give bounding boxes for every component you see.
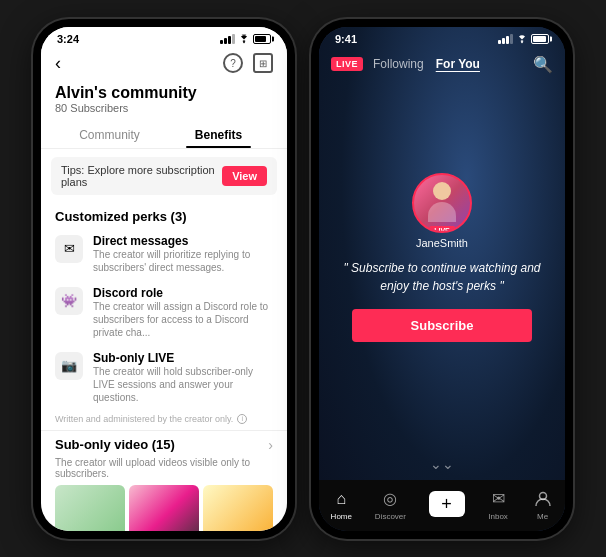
status-bar-1: 3:24	[41, 27, 287, 49]
tips-text: Tips: Explore more subscription plans	[61, 164, 222, 188]
tab-community[interactable]: Community	[55, 120, 164, 148]
perk-desc-dm: The creator will prioritize replying to …	[93, 248, 273, 274]
sub-video-desc: The creator will upload videos visible o…	[41, 457, 287, 485]
status-icons-1	[220, 34, 271, 44]
perk-direct-messages: ✉ Direct messages The creator will prior…	[41, 228, 287, 280]
page-header: ‹ ? ⊞	[41, 49, 287, 80]
direct-messages-icon: ✉	[55, 235, 83, 263]
signal-icon	[220, 34, 235, 44]
view-button[interactable]: View	[222, 166, 267, 186]
sub-live-icon: 📷	[55, 352, 83, 380]
svg-point-0	[243, 41, 245, 43]
info-icon[interactable]: i	[237, 414, 247, 424]
perk-title-discord: Discord role	[93, 286, 273, 300]
video-thumb-3	[203, 485, 273, 531]
video-thumb-2	[129, 485, 199, 531]
home-icon: ⌂	[330, 488, 352, 510]
tips-banner: Tips: Explore more subscription plans Vi…	[51, 157, 277, 195]
subscribe-message: " Subscribe to continue watching and enj…	[339, 259, 545, 295]
sub-video-header[interactable]: Sub-only video (15) ›	[41, 430, 287, 457]
phone-2: 9:41 LIVE	[311, 19, 573, 539]
add-icon: +	[429, 491, 465, 517]
me-label: Me	[537, 512, 548, 521]
home-label: Home	[331, 512, 352, 521]
phone-1: 3:24 ‹	[33, 19, 295, 539]
status-icons-2	[498, 34, 549, 44]
perk-content-live: Sub-only LIVE The creator will hold subs…	[93, 351, 273, 404]
time-1: 3:24	[57, 33, 79, 45]
title-section: Alvin's community 80 Subscribers	[41, 80, 287, 120]
perk-discord: 👾 Discord role The creator will assign a…	[41, 280, 287, 345]
discover-icon: ◎	[379, 488, 401, 510]
inbox-icon: ✉	[487, 488, 509, 510]
sub-video-title: Sub-only video (15)	[55, 437, 268, 452]
live-badge: LIVE	[331, 57, 363, 71]
status-bar-2: 9:41	[319, 27, 565, 49]
avatar-figure	[427, 178, 457, 228]
live-tabs: Following For You	[373, 57, 480, 71]
perk-content-dm: Direct messages The creator will priorit…	[93, 234, 273, 274]
tab-benefits[interactable]: Benefits	[164, 120, 273, 148]
avatar-body	[428, 202, 456, 222]
wifi-icon-2	[516, 34, 528, 44]
subscribe-button[interactable]: Subscribe	[352, 309, 532, 342]
profile-icon	[532, 488, 554, 510]
battery-icon	[253, 34, 271, 44]
tab-bar: Community Benefits	[41, 120, 287, 149]
live-tag: LIVE	[429, 226, 455, 233]
community-title: Alvin's community	[55, 84, 273, 102]
avatar-head	[433, 182, 451, 200]
wifi-icon	[238, 34, 250, 44]
nav-add[interactable]: +	[429, 491, 465, 517]
tab-following[interactable]: Following	[373, 57, 424, 71]
grid-icon[interactable]: ⊞	[253, 53, 273, 73]
video-thumbnails	[41, 485, 287, 531]
live-screen: 9:41 LIVE	[319, 27, 565, 531]
signal-icon-2	[498, 34, 513, 44]
nav-discover[interactable]: ◎ Discover	[375, 488, 406, 521]
live-nav: LIVE Following For You 🔍	[319, 55, 565, 74]
inbox-label: Inbox	[488, 512, 508, 521]
header-actions: ? ⊞	[223, 53, 273, 73]
video-thumb-1	[55, 485, 125, 531]
perk-desc-discord: The creator will assign a Discord role t…	[93, 300, 273, 339]
perk-desc-live: The creator will hold subscriber-only LI…	[93, 365, 273, 404]
perk-sub-live: 📷 Sub-only LIVE The creator will hold su…	[41, 345, 287, 410]
svg-point-1	[521, 41, 523, 43]
discover-label: Discover	[375, 512, 406, 521]
bottom-nav: ⌂ Home ◎ Discover + ✉ Inbox	[319, 480, 565, 531]
live-content: LIVE JaneSmith " Subscribe to continue w…	[319, 27, 565, 448]
streamer-name: JaneSmith	[416, 237, 468, 249]
discord-icon: 👾	[55, 287, 83, 315]
perks-section-title: Customized perks (3)	[41, 203, 287, 228]
search-icon[interactable]: 🔍	[533, 55, 553, 74]
battery-icon-2	[531, 34, 549, 44]
perk-content-discord: Discord role The creator will assign a D…	[93, 286, 273, 339]
time-2: 9:41	[335, 33, 357, 45]
chevron-right-icon: ›	[268, 437, 273, 453]
perk-title-live: Sub-only LIVE	[93, 351, 273, 365]
written-note: Written and administered by the creator …	[41, 410, 287, 430]
back-button[interactable]: ‹	[55, 53, 61, 74]
nav-me[interactable]: Me	[532, 488, 554, 521]
subscriber-count: 80 Subscribers	[55, 102, 273, 114]
help-icon[interactable]: ?	[223, 53, 243, 73]
perk-title-dm: Direct messages	[93, 234, 273, 248]
scroll-indicator: ⌄⌄	[319, 448, 565, 480]
tab-for-you[interactable]: For You	[436, 57, 480, 71]
nav-home[interactable]: ⌂ Home	[330, 488, 352, 521]
streamer-avatar: LIVE	[412, 173, 472, 233]
nav-inbox[interactable]: ✉ Inbox	[487, 488, 509, 521]
